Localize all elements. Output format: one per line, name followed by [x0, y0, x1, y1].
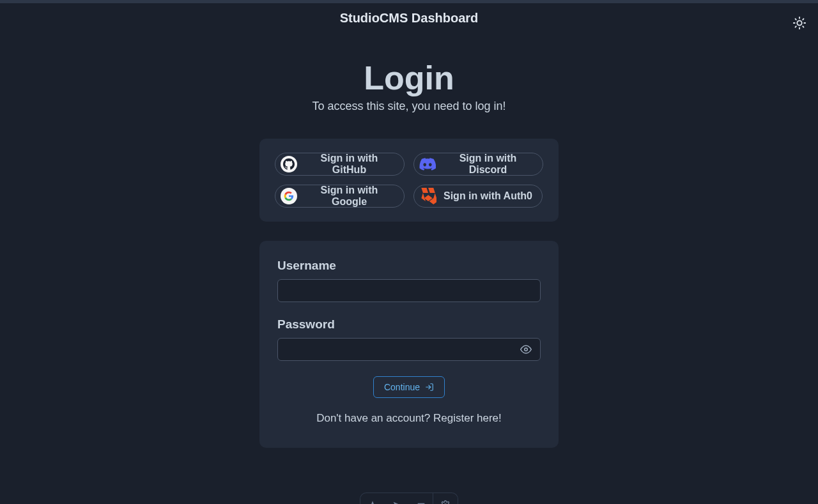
google-button-label: Sign in with Google: [304, 185, 395, 208]
signin-discord-button[interactable]: Sign in with Discord: [413, 153, 543, 176]
svg-point-0: [797, 20, 801, 25]
auth0-button-label: Sign in with Auth0: [444, 190, 532, 202]
eye-icon: [520, 344, 532, 355]
register-prefix: Don't have an account?: [316, 412, 433, 424]
password-input[interactable]: [277, 338, 541, 361]
login-heading: Login: [364, 59, 454, 97]
password-label: Password: [277, 317, 541, 332]
gear-icon: [440, 500, 451, 504]
username-label: Username: [277, 259, 541, 273]
signin-auth0-button[interactable]: Sign in with Auth0: [413, 185, 543, 208]
toolbar-audit-button[interactable]: [409, 493, 433, 504]
sun-icon: [792, 16, 806, 30]
discord-button-label: Sign in with Discord: [442, 153, 534, 176]
auth0-icon: [419, 188, 437, 204]
continue-button-label: Continue: [384, 382, 420, 392]
toggle-password-visibility-button[interactable]: [518, 341, 534, 358]
svg-point-9: [525, 348, 528, 351]
discord-icon: [419, 158, 436, 171]
cursor-icon: [392, 500, 402, 504]
toolbar-astro-button[interactable]: [360, 493, 385, 504]
toolbar-settings-button[interactable]: [433, 493, 458, 504]
google-icon: [281, 188, 297, 204]
page-title: StudioCMS Dashboard: [340, 11, 479, 25]
list-icon: [416, 500, 426, 504]
github-button-label: Sign in with GitHub: [304, 153, 395, 176]
svg-line-7: [796, 26, 796, 27]
oauth-providers-card: Sign in with GitHub Sign in with Discord…: [259, 139, 559, 222]
theme-toggle-button[interactable]: [792, 16, 806, 30]
login-icon: [425, 383, 434, 392]
login-subtitle: To access this site, you need to log in!: [312, 100, 505, 113]
dev-toolbar: [360, 493, 458, 504]
svg-line-4: [803, 26, 803, 27]
rocket-icon: [367, 500, 378, 504]
register-prompt: Don't have an account? Register here!: [277, 412, 541, 425]
svg-line-3: [796, 19, 796, 20]
github-icon: [281, 156, 297, 172]
login-form-card: Username Password Continue: [259, 241, 559, 448]
register-link[interactable]: Register here!: [433, 412, 502, 424]
toolbar-inspect-button[interactable]: [385, 493, 409, 504]
signin-google-button[interactable]: Sign in with Google: [275, 185, 405, 208]
svg-line-8: [803, 19, 803, 20]
continue-button[interactable]: Continue: [373, 376, 445, 398]
username-input[interactable]: [277, 279, 541, 302]
signin-github-button[interactable]: Sign in with GitHub: [275, 153, 405, 176]
